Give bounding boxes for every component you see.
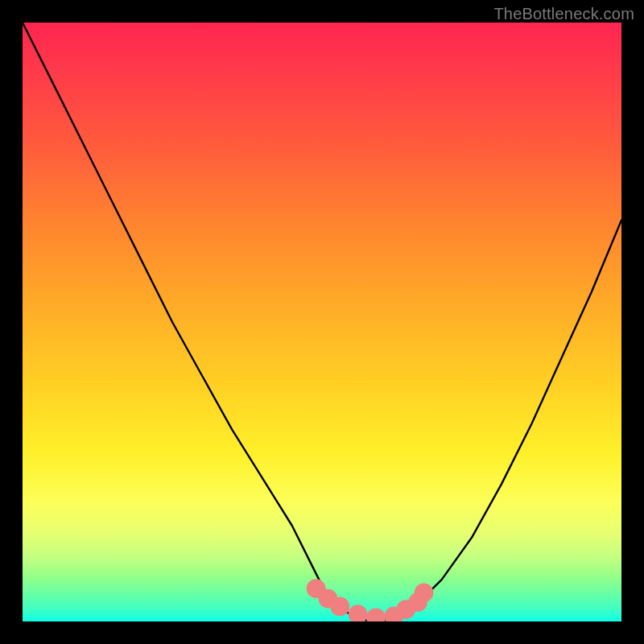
highlight-dot [415,583,434,602]
curve-layer [23,23,621,621]
highlight-dot [366,609,386,621]
chart-frame: TheBottleneck.com [0,0,644,644]
bottleneck-curve [23,23,621,621]
highlight-dot [349,605,368,621]
highlight-dot [330,597,349,617]
plot-area [23,23,621,621]
watermark-text: TheBottleneck.com [493,5,634,23]
